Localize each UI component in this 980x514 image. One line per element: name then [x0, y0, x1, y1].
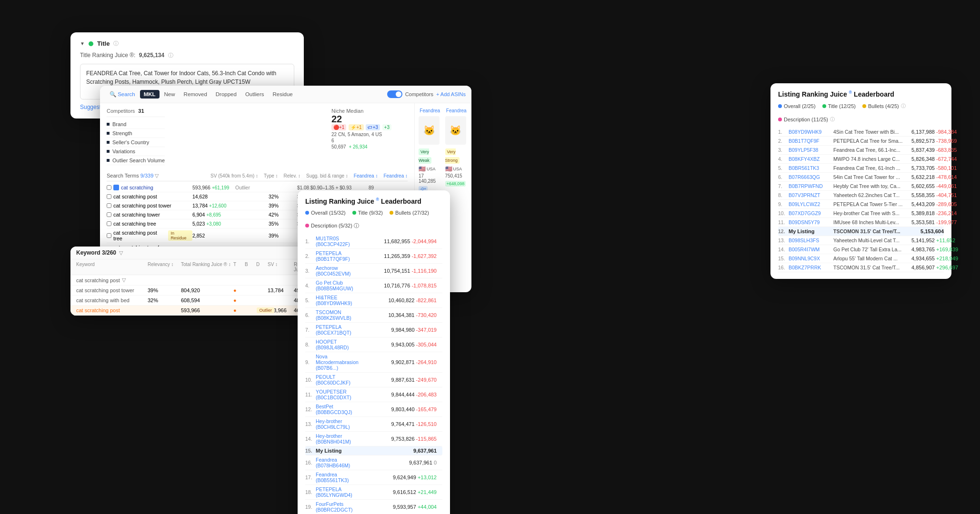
lb-asin-4[interactable]: Go Pet Club (B08B5M4GUW) [316, 280, 359, 291]
lb-right-rank-15: 15. [778, 256, 787, 261]
lb-asin-7[interactable]: PETEPELA (B0CEX71BQT) [316, 324, 359, 336]
lb-right-score-8: 5,558,355 -404,751 [911, 192, 957, 198]
kw-check-1[interactable] [107, 185, 111, 190]
lb-asin-8[interactable]: HOOPET (B098JL48RD) [316, 339, 359, 350]
lb-right-asin-10[interactable]: B07XD7GGZ9 [789, 210, 831, 216]
lb-right-asin-8[interactable]: B07V3PRNZT [789, 192, 831, 198]
legend-dot-desc [305, 224, 309, 227]
kw-name-3[interactable]: cat scratching post tower [107, 203, 192, 208]
lb-asin-2[interactable]: PETEPELA (B0B1T7QF9F) [316, 250, 359, 262]
feandrea-col-2[interactable]: Feandrea ↕ [383, 173, 408, 178]
lb-asin-19[interactable]: FourFurPets (B0BRC2DGCT) [316, 501, 359, 513]
tab-outliers[interactable]: Outliers [241, 90, 268, 99]
kw-check-4[interactable] [107, 212, 111, 217]
add-asins-link[interactable]: + Add ASINs [436, 91, 466, 97]
lb-asin-3[interactable]: Aechorow (B0C0452EVM) [316, 265, 359, 277]
lb-right-asin-7[interactable]: B0B7RPWFND [789, 183, 831, 189]
search-terms-count[interactable]: 9/339 [140, 173, 154, 178]
kw-check-5[interactable] [107, 221, 111, 226]
lb-right-name-5: Feandrea Cat Tree, 61-Inch ... [833, 165, 910, 171]
lb-asin-18[interactable]: PETEPELA (B05LYNGWD4) [316, 486, 359, 498]
kw-check-3[interactable] [107, 203, 111, 208]
lb-score-19: 9,593,957 +44,004 [360, 504, 437, 510]
legend-dot-right-overall [778, 104, 782, 108]
lb-score-14: 9,753,826 -115,865 [360, 436, 437, 442]
kw-name-2[interactable]: cat scratching post [107, 194, 192, 199]
lb-asin-16[interactable]: Feandrea (B078HB646M) [316, 457, 359, 468]
lb-right-asin-4[interactable]: B08KFY4XBZ [789, 156, 831, 162]
ranking-juice-text: Ranking Juice [329, 198, 374, 205]
lb-asin-1[interactable]: MU1TR0S (B0C3CP422F) [316, 236, 359, 247]
lb-right-score-10: 5,389,818 -236,214 [911, 210, 957, 216]
info-icon[interactable]: ⓘ [113, 40, 119, 47]
product-col-2-badge: Very Strong [445, 147, 468, 164]
tab-dropped[interactable]: Dropped [212, 90, 240, 99]
filter-icon[interactable]: ▽ [155, 173, 159, 178]
lb-right-rank-8: 8. [778, 192, 787, 198]
lb-right-name-7: Heybly Cat Tree with toy, Ca... [833, 183, 910, 189]
bullets-info-icon[interactable]: ⓘ [901, 103, 906, 109]
kw-table-col-headers: Keyword Relevancy ↕ Total Ranking Juice … [70, 259, 313, 275]
lb-right-asin-9[interactable]: B09LYLCWZ2 [789, 201, 831, 207]
dropdown-arrow-icon[interactable]: ▼ [80, 41, 85, 46]
lb-asin-12[interactable]: BestPet (B0BBGCD3QJ) [316, 404, 359, 415]
lb-asin-17[interactable]: Feandrea (B0B5561TK3) [316, 472, 359, 483]
ranking-juice-info-icon[interactable]: ⓘ [168, 52, 173, 58]
kw-check-2[interactable] [107, 194, 111, 199]
lb-asin-10[interactable]: PEOULT (B0C60DCJKF) [316, 374, 359, 386]
lb-right-rank-4: 4. [778, 156, 787, 162]
kw-name-4[interactable]: cat scratching tower [107, 212, 192, 217]
legend-right-title: Title (12/25) [822, 103, 856, 109]
tab-residue[interactable]: Residue [269, 90, 297, 99]
lb-right-score-11: 5,353,581 -199,977 [911, 219, 957, 225]
lb-right-score-13: 5,141,952 +11,652 [911, 237, 955, 243]
lb-right-asin-2[interactable]: B0B1T7QF9F [789, 138, 831, 144]
lb-rank-3: 3. [305, 268, 314, 274]
lb-asin-6[interactable]: TSCOMON (B08KZ6WVLB) [316, 309, 359, 321]
lb-right-score-1: 6,137,988 -984,384 [911, 129, 957, 135]
niche-median-section: Niche Median 22 🔴+1 ⚡+1 🏷+3 +3 22 CN, 5 … [331, 108, 408, 169]
lb-asin-14[interactable]: Hey-brother (B0BN8H041M) [316, 433, 359, 445]
lb-center-row-4: 4. Go Pet Club (B08B5M4GUW) 10,716,776 -… [305, 278, 442, 293]
lb-right-asin-15[interactable]: B09NNL9C9X [789, 256, 831, 261]
lb-score-5: 10,460,822 -822,861 [360, 297, 437, 303]
tab-new[interactable]: New [160, 90, 179, 99]
kw-sv-3: 13,784 +12,600 [192, 203, 235, 208]
feandrea-col-1[interactable]: Feandrea ↕ [354, 173, 378, 178]
lb-asin-11[interactable]: YOUPETSER (B0C1BC0DXT) [316, 389, 359, 400]
lb-asin-9[interactable]: Nova Microdermabrasion (B07B6...) [316, 354, 359, 371]
lb-right-asin-1[interactable]: B08YD9WHK9 [789, 129, 831, 135]
attribute-rows: Brand Strength Seller's Country Variatio… [107, 120, 165, 165]
lb-right-asin-13[interactable]: B098SLH3FS [789, 237, 831, 243]
lb-asin-13[interactable]: Hey-brother (B0CH9LC79L) [316, 418, 359, 430]
col-d: D [256, 262, 268, 272]
legend-dot-right-desc [778, 118, 782, 121]
lb-right-asin-3[interactable]: B09YLP5F38 [789, 147, 831, 153]
competitors-section: Competitors 31 Brand Strength Seller's C… [107, 108, 165, 169]
col-keyword: Keyword [76, 262, 148, 272]
kw-name-1[interactable]: cat scratching [107, 185, 192, 190]
lb-right-asin-14[interactable]: B005R4I7WM [789, 247, 831, 252]
lb-asin-5[interactable]: HI&TREE (B08YD9WHK9) [316, 295, 359, 306]
kw-filter-input[interactable]: cat scratching post ▽ [76, 277, 148, 283]
kw-check-6[interactable] [107, 233, 111, 238]
lb-right-asin-6[interactable]: B07R6663QG [789, 174, 831, 180]
kw-filter-icon[interactable]: ▽ [119, 250, 123, 256]
tab-removed[interactable]: Removed [180, 90, 211, 99]
tab-mkl[interactable]: MKL [140, 90, 160, 99]
lb-center-row-11: 11. YOUPETSER (B0C1BC0DXT) 9,844,444 -20… [305, 387, 442, 402]
lb-right-asin-5[interactable]: B0BR561TK3 [789, 165, 831, 171]
lb-right-legend: Overall (2/25) Title (12/25) Bullets (4/… [778, 103, 944, 123]
niche-stats-badges: 🔴+1 ⚡+1 🏷+3 +3 [331, 125, 408, 130]
niche-sv: 50,697 + 26,934 [331, 144, 408, 149]
lb-right-asin-16[interactable]: B0BKZ7PRRK [789, 265, 831, 270]
tab-search[interactable]: 🔍 Search [106, 89, 139, 99]
legend-dot-overall [305, 211, 309, 215]
lb-right-asin-11[interactable]: B09DSN5Y79 [789, 219, 831, 225]
toggle-competitors[interactable] [387, 90, 402, 98]
desc-info-icon[interactable]: ⓘ [830, 116, 835, 123]
attr-variations: Variations [107, 147, 165, 156]
kw-name-5[interactable]: cat scratching tree [107, 221, 192, 227]
kw-name-6[interactable]: cat scratching post tree In Residue [107, 230, 192, 241]
lb-rank-10: 10. [305, 377, 314, 383]
